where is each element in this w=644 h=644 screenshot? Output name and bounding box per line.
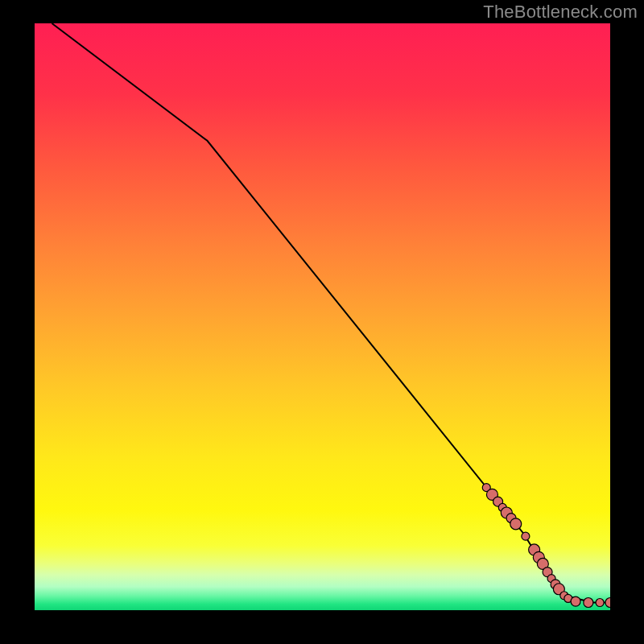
marker-point (522, 532, 530, 540)
chart-container: TheBottleneck.com (0, 0, 644, 644)
marker-point (605, 598, 610, 608)
marker-point (584, 598, 593, 608)
marker-point (596, 599, 604, 607)
watermark-text: TheBottleneck.com (483, 2, 638, 23)
marker-point (510, 518, 522, 530)
marker-group (482, 484, 610, 608)
chart-overlay (35, 23, 610, 610)
curve-line (52, 23, 610, 603)
plot-area (35, 23, 610, 610)
marker-point (571, 597, 580, 606)
